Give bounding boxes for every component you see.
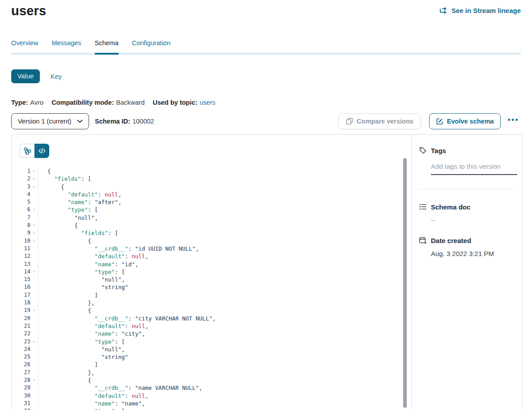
gutter-row: 2▾	[20, 175, 38, 183]
gutter-row: 7	[20, 214, 38, 222]
compare-versions-button[interactable]: Compare versions	[338, 113, 421, 129]
code-line: {	[47, 237, 216, 245]
gutter-row: 5	[20, 198, 38, 206]
gutter-row: 14▾	[20, 268, 38, 276]
line-number: 24	[24, 346, 30, 353]
gutter-row: 21	[20, 322, 38, 330]
line-number: 21	[24, 322, 30, 330]
topic-link[interactable]: users	[200, 99, 215, 106]
gutter-row: 18	[20, 299, 38, 307]
code-line: "null",	[47, 346, 216, 353]
fold-arrow-icon[interactable]: ▾	[30, 376, 38, 384]
gutter-row: 8▾	[20, 222, 38, 229]
evolve-schema-button[interactable]: Evolve schema	[429, 113, 501, 129]
code-line: "string"	[47, 283, 216, 291]
schema-editor-pane: 1▾2▾3▾456▾78▾9▾10▾11121314▾1516171819▾20…	[12, 135, 411, 410]
editor-view-toggle	[20, 144, 411, 158]
editor-scrollbar[interactable]	[403, 158, 407, 408]
gutter-row: 19▾	[20, 307, 38, 314]
code-line: "type": [	[47, 206, 216, 214]
fold-arrow-icon[interactable]: ▾	[30, 338, 38, 346]
code-line: {	[47, 183, 216, 191]
line-number: 6	[27, 206, 30, 214]
code-line: "name": "id",	[47, 261, 216, 268]
version-select[interactable]: Version 1 (current)	[11, 113, 89, 129]
code-line: "__crdb__": "id UUID NOT NULL",	[47, 245, 216, 252]
see-in-stream-lineage-link[interactable]: See in Stream lineage	[439, 7, 521, 14]
line-number: 27	[24, 369, 30, 376]
line-number: 5	[27, 198, 30, 206]
code-line: "fields": [	[47, 175, 216, 183]
sidebar-divider	[419, 189, 516, 189]
code-line: },	[47, 369, 216, 376]
tags-heading: Tags	[419, 146, 516, 154]
code-line: "name": "name",	[47, 400, 216, 407]
line-number: 30	[24, 392, 30, 400]
tab-schema[interactable]: Schema	[95, 39, 119, 55]
code-view-button[interactable]	[34, 144, 49, 158]
schema-meta-row: Type: Avro Compatibility mode: Backward …	[11, 99, 521, 106]
fold-arrow-icon[interactable]: ▾	[30, 268, 38, 276]
fold-arrow-icon[interactable]: ▾	[30, 222, 38, 229]
fold-arrow-icon[interactable]: ▾	[30, 307, 38, 314]
copy-icon	[346, 118, 353, 125]
gutter-row: 22	[20, 330, 38, 337]
gutter-row: 13	[20, 261, 38, 268]
gutter-row: 9▾	[20, 229, 38, 237]
lineage-label: See in Stream lineage	[451, 7, 521, 14]
schema-mode-toggle: Value Key	[11, 69, 521, 83]
used-by-topic-label: Used by topic:	[153, 99, 197, 106]
code-line: "__crdb__": "city VARCHAR NOT NULL",	[47, 315, 216, 322]
gutter-row: 10▾	[20, 237, 38, 245]
code-line: "type": [	[47, 407, 216, 410]
line-number: 12	[24, 252, 30, 260]
code-line: },	[47, 299, 216, 307]
tab-configuration[interactable]: Configuration	[132, 39, 170, 53]
code-line: "string"	[47, 353, 216, 361]
type-value: Avro	[30, 99, 44, 106]
add-tags-input[interactable]	[431, 162, 517, 175]
gutter-row: 17	[20, 291, 38, 299]
schema-page: users See in Stream lineage OverviewMess…	[0, 0, 532, 410]
fold-arrow-icon[interactable]: ▾	[30, 237, 38, 245]
schema-sidebar: Tags Schema doc --	[411, 135, 522, 410]
date-created-value: Aug. 3 2022 3:21 PM	[431, 250, 516, 257]
line-number: 20	[24, 315, 30, 322]
line-number: 4	[27, 191, 30, 198]
used-by-topic-meta: Used by topic: users	[153, 99, 215, 106]
fold-arrow-icon[interactable]: ▾	[30, 167, 38, 175]
schema-panel: 1▾2▾3▾456▾78▾9▾10▾11121314▾1516171819▾20…	[11, 134, 523, 410]
line-number: 19	[24, 307, 30, 314]
schema-doc-title: Schema doc	[431, 203, 470, 211]
line-number: 17	[24, 291, 30, 299]
code-line: "default": null,	[47, 322, 216, 330]
gutter-row: 32▾	[20, 407, 38, 410]
fold-arrow-icon[interactable]: ▾	[30, 229, 38, 237]
code-line: "default": null,	[47, 252, 216, 260]
gutter-row: 11	[20, 245, 38, 252]
schema-doc-section: Schema doc --	[419, 203, 516, 224]
tab-overview[interactable]: Overview	[11, 39, 38, 53]
page-header: users See in Stream lineage	[0, 0, 532, 18]
more-actions-button[interactable]: •••	[506, 115, 521, 127]
tab-messages[interactable]: Messages	[51, 39, 81, 53]
code-line: {	[47, 167, 216, 175]
tree-view-button[interactable]	[20, 144, 34, 158]
fold-arrow-icon[interactable]: ▾	[30, 407, 38, 410]
tree-view-icon	[24, 147, 31, 155]
schema-id-label: Schema ID:	[95, 118, 130, 125]
value-toggle-button[interactable]: Value	[11, 69, 40, 83]
tags-title: Tags	[431, 147, 446, 154]
code-line: "__crdb__": "name VARCHAR NULL",	[47, 384, 216, 392]
line-number: 18	[24, 299, 30, 307]
fold-arrow-icon[interactable]: ▾	[30, 183, 38, 191]
json-schema-editor: 1▾2▾3▾456▾78▾9▾10▾11121314▾1516171819▾20…	[20, 167, 411, 410]
line-number: 31	[24, 400, 30, 407]
code-line: ]	[47, 361, 216, 368]
key-toggle-button[interactable]: Key	[51, 73, 62, 80]
line-number: 15	[24, 276, 30, 283]
fold-arrow-icon[interactable]: ▾	[30, 206, 38, 214]
fold-arrow-icon[interactable]: ▾	[30, 175, 38, 183]
line-number: 3	[27, 183, 30, 191]
type-label: Type:	[11, 99, 28, 106]
